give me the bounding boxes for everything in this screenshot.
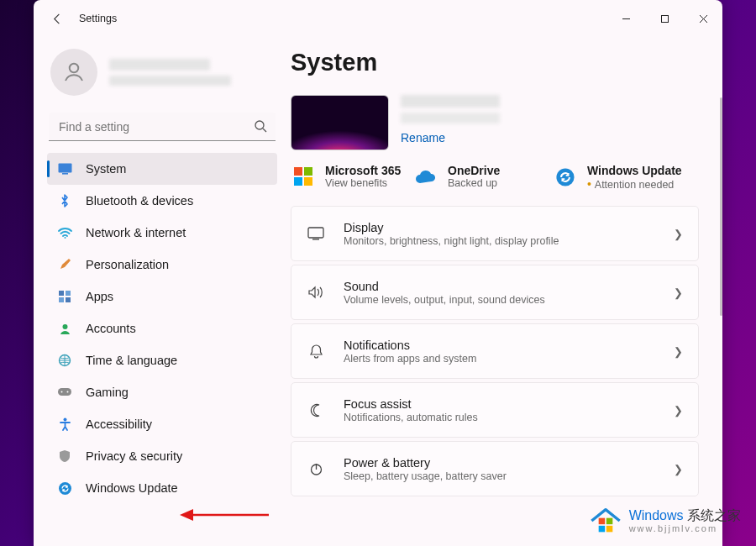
card-title: Focus assist (344, 397, 655, 411)
svg-point-19 (556, 168, 574, 186)
chevron-right-icon: ❯ (674, 228, 683, 240)
card-title: Notifications (344, 339, 655, 352)
avatar (50, 49, 97, 96)
account-text (109, 59, 231, 86)
card-sub: Volume levels, output, input, sound devi… (344, 294, 655, 306)
close-icon (699, 14, 708, 24)
card-display[interactable]: Display Monitors, brightness, night ligh… (291, 206, 699, 261)
service-sub: View benefits (325, 177, 401, 189)
page-heading: System (291, 49, 699, 76)
svg-rect-10 (59, 297, 64, 302)
sidebar-item-network[interactable]: Network & internet (47, 217, 277, 249)
svg-rect-9 (66, 291, 71, 296)
service-sub: Backed up (448, 177, 500, 189)
sidebar-item-apps[interactable]: Apps (47, 281, 277, 312)
service-onedrive[interactable]: OneDrive Backed up (413, 164, 533, 189)
card-sound[interactable]: Sound Volume levels, output, input, soun… (291, 265, 699, 320)
rename-link[interactable]: Rename (401, 131, 500, 144)
svg-point-7 (64, 237, 66, 239)
card-sub: Monitors, brightness, night light, displ… (344, 235, 655, 247)
svg-rect-29 (606, 526, 612, 533)
power-icon (307, 462, 325, 476)
accessibility-icon (57, 417, 72, 432)
sidebar-item-gaming[interactable]: Gaming (47, 376, 277, 408)
minimize-button[interactable] (606, 5, 645, 32)
bluetooth-icon (57, 193, 72, 208)
sidebar-item-bluetooth[interactable]: Bluetooth & devices (47, 185, 277, 217)
sidebar-item-label: Apps (86, 290, 113, 303)
microsoft365-icon (291, 164, 316, 189)
sidebar-item-label: Windows Update (86, 481, 178, 495)
service-microsoft365[interactable]: Microsoft 365 View benefits (291, 164, 410, 189)
svg-rect-14 (58, 388, 71, 396)
apps-icon (57, 289, 72, 304)
card-sub: Alerts from apps and system (344, 353, 655, 365)
windows-house-icon (589, 504, 622, 538)
svg-point-18 (59, 482, 71, 495)
sidebar-item-label: Bluetooth & devices (86, 194, 193, 207)
service-sub: Attention needed (587, 177, 682, 191)
watermark-cn: 系统之家 (687, 508, 741, 522)
svg-rect-5 (58, 164, 71, 173)
window-title: Settings (79, 13, 117, 24)
arrow-left-icon (51, 13, 64, 25)
bell-icon (307, 344, 325, 359)
card-sub: Sleep, battery usage, battery saver (344, 470, 655, 482)
settings-cards: Display Monitors, brightness, night ligh… (291, 206, 699, 496)
service-windows-update[interactable]: Windows Update Attention needed (553, 164, 690, 191)
svg-point-3 (255, 121, 264, 129)
svg-rect-20 (308, 228, 323, 238)
back-button[interactable] (44, 5, 71, 32)
svg-rect-6 (62, 173, 68, 175)
service-row: Microsoft 365 View benefits OneDrive Bac… (291, 164, 699, 191)
settings-window: Settings (34, 0, 722, 546)
chevron-right-icon: ❯ (674, 404, 683, 417)
sidebar-item-accessibility[interactable]: Accessibility (47, 408, 277, 440)
card-focus-assist[interactable]: Focus assist Notifications, automatic ru… (291, 382, 699, 438)
watermark: Windows 系统之家 www.bjjmlv.com (585, 501, 744, 541)
sidebar-item-privacy[interactable]: Privacy & security (47, 440, 277, 472)
titlebar: Settings (34, 0, 722, 37)
card-title: Display (344, 221, 655, 234)
maximize-button[interactable] (645, 5, 684, 32)
sidebar-item-label: Accounts (86, 322, 136, 335)
sidebar-item-label: Personalization (86, 258, 169, 271)
scrollbar-thumb[interactable] (720, 97, 722, 316)
svg-rect-28 (598, 526, 605, 533)
sound-icon (307, 286, 325, 299)
onedrive-icon (413, 164, 438, 189)
sidebar-item-label: Accessibility (86, 417, 152, 431)
service-title: OneDrive (448, 164, 500, 177)
svg-point-16 (67, 391, 69, 393)
card-sub: Notifications, automatic rules (344, 412, 655, 423)
svg-rect-27 (606, 518, 612, 525)
watermark-url: www.bjjmlv.com (629, 523, 741, 533)
card-power-battery[interactable]: Power & battery Sleep, battery usage, ba… (291, 441, 699, 496)
sidebar-item-time-language[interactable]: Time & language (47, 344, 277, 376)
service-title: Microsoft 365 (325, 164, 401, 177)
card-title: Sound (344, 280, 655, 293)
desktop-wallpaper-thumb[interactable] (291, 95, 389, 150)
account-block[interactable] (47, 40, 277, 109)
system-icon (57, 161, 72, 176)
shield-icon (57, 449, 72, 464)
svg-rect-8 (59, 291, 64, 296)
chevron-right-icon: ❯ (674, 463, 683, 475)
sidebar-item-windows-update[interactable]: Windows Update (47, 472, 277, 504)
sidebar-item-label: Gaming (86, 386, 129, 399)
service-title: Windows Update (587, 164, 682, 177)
svg-point-17 (63, 418, 66, 422)
search-box[interactable] (49, 113, 276, 141)
card-notifications[interactable]: Notifications Alerts from apps and syste… (291, 323, 699, 379)
sidebar-item-label: Network & internet (86, 226, 186, 239)
paintbrush-icon (57, 257, 72, 272)
sidebar-item-accounts[interactable]: Accounts (47, 312, 277, 344)
sidebar-item-personalization[interactable]: Personalization (47, 249, 277, 281)
close-button[interactable] (684, 5, 722, 32)
gaming-icon (57, 385, 72, 400)
minimize-icon (622, 14, 631, 24)
account-email-redacted (109, 76, 231, 86)
search-input[interactable] (49, 113, 276, 141)
wifi-icon (57, 225, 72, 240)
sidebar-item-system[interactable]: System (47, 153, 277, 185)
